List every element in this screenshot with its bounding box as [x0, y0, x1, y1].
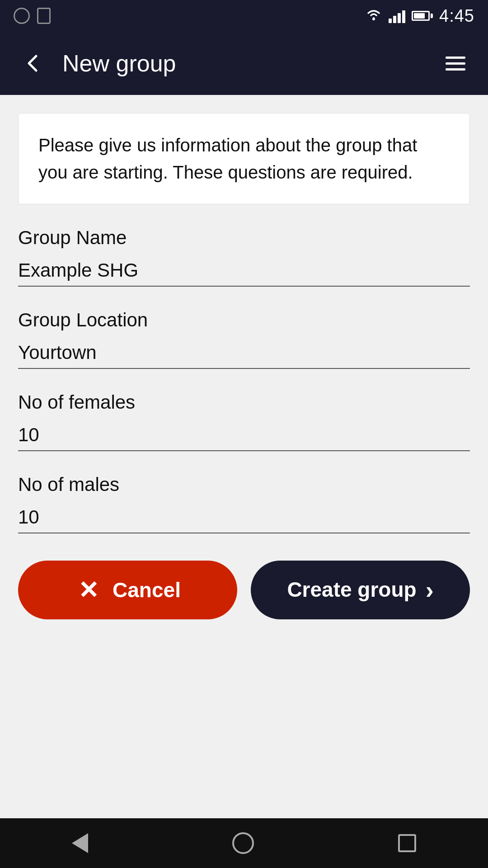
info-box: Please give us information about the gro… [18, 113, 470, 204]
group-location-group: Group Location [18, 309, 470, 369]
battery-icon [412, 11, 433, 21]
group-location-input[interactable] [18, 337, 470, 369]
status-bar-left [14, 8, 51, 24]
status-time: 4:45 [439, 6, 474, 26]
svg-point-0 [372, 18, 375, 20]
nav-recents-icon [398, 834, 416, 852]
create-group-label: Create group [287, 577, 416, 602]
group-name-group: Group Name [18, 227, 470, 287]
menu-button[interactable] [441, 52, 470, 75]
create-group-button[interactable]: Create group › [251, 561, 470, 619]
nav-bar [0, 818, 488, 868]
wifi-icon [365, 7, 382, 24]
cancel-label: Cancel [113, 578, 181, 602]
cancel-button[interactable]: ✕ Cancel [18, 561, 237, 619]
group-location-label: Group Location [18, 309, 470, 331]
group-name-label: Group Name [18, 227, 470, 249]
no-males-input[interactable] [18, 502, 470, 533]
no-males-group: No of males [18, 474, 470, 533]
nav-home-button[interactable] [223, 823, 263, 863]
status-bar: 4:45 [0, 0, 488, 32]
back-button[interactable] [18, 48, 49, 79]
info-text: Please give us information about the gro… [38, 132, 450, 186]
menu-icon-line1 [446, 57, 465, 59]
no-females-label: No of females [18, 392, 470, 413]
menu-icon-line2 [446, 62, 465, 65]
buttons-row: ✕ Cancel Create group › [18, 561, 470, 619]
cancel-x-icon: ✕ [75, 576, 102, 604]
nav-recents-button[interactable] [389, 825, 425, 861]
no-females-input[interactable] [18, 420, 470, 451]
form-container: Group Name Group Location No of females … [18, 227, 470, 800]
group-name-input[interactable] [18, 255, 470, 287]
nav-home-icon [232, 832, 254, 854]
menu-icon-line3 [446, 68, 465, 71]
create-group-arrow-icon: › [426, 576, 434, 604]
no-females-group: No of females [18, 392, 470, 451]
app-bar: New group [0, 32, 488, 95]
page-title: New group [62, 50, 441, 77]
sim-icon [37, 8, 51, 24]
nav-back-icon [72, 833, 88, 853]
no-males-label: No of males [18, 474, 470, 495]
notification-icon [14, 8, 30, 24]
status-bar-right: 4:45 [365, 6, 474, 26]
main-content: Please give us information about the gro… [0, 95, 488, 818]
signal-bars [389, 9, 405, 23]
nav-back-button[interactable] [63, 824, 97, 862]
